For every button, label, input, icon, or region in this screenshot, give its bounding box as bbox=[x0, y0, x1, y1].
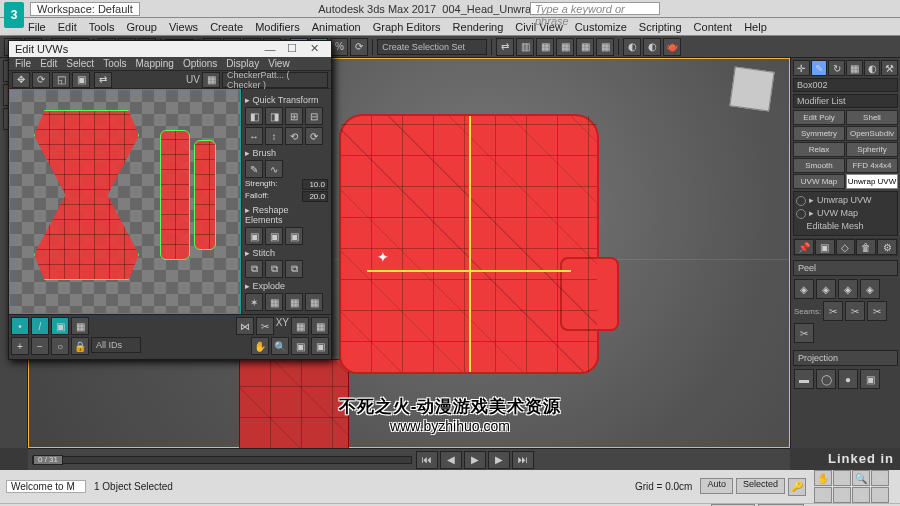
mirror-icon[interactable]: ⇄ bbox=[496, 38, 514, 56]
prev-frame-icon[interactable]: ◀ bbox=[440, 451, 462, 469]
subobj-element-icon[interactable]: ▦ bbox=[71, 317, 89, 335]
workspace-dropdown[interactable]: Workspace: Default bbox=[30, 2, 140, 16]
strength-field[interactable]: 10.0 bbox=[302, 179, 328, 190]
peel-icon-3[interactable]: ◈ bbox=[838, 279, 858, 299]
play-icon[interactable]: ▶ bbox=[464, 451, 486, 469]
uvmenu-display[interactable]: Display bbox=[226, 58, 259, 69]
qt-icon-5[interactable]: ↔ bbox=[245, 127, 263, 145]
proj-cyl-icon[interactable]: ◯ bbox=[816, 369, 836, 389]
mod-btn-symmetry[interactable]: Symmetry bbox=[793, 126, 845, 141]
render-frame-icon[interactable]: ◐ bbox=[643, 38, 661, 56]
mod-btn-smooth[interactable]: Smooth bbox=[793, 158, 845, 173]
proj-box-icon[interactable]: ▣ bbox=[860, 369, 880, 389]
uv-viewport[interactable] bbox=[9, 89, 241, 314]
menu-grapheditors[interactable]: Graph Editors bbox=[373, 21, 441, 33]
break-icon[interactable]: ✂ bbox=[256, 317, 274, 335]
menu-rendering[interactable]: Rendering bbox=[453, 21, 504, 33]
mod-btn-shell[interactable]: Shell bbox=[846, 110, 898, 125]
tab-hierarchy-icon[interactable]: ↻ bbox=[828, 60, 845, 76]
explode-icon-3[interactable]: ▦ bbox=[285, 293, 303, 311]
nav-zoomext-icon[interactable]: ▣ bbox=[852, 487, 870, 503]
uv-opt-icon-2[interactable]: ▦ bbox=[311, 317, 329, 335]
goto-start-icon[interactable]: ⏮ bbox=[416, 451, 438, 469]
uvmenu-edit[interactable]: Edit bbox=[40, 58, 57, 69]
weld-icon[interactable]: ⋈ bbox=[236, 317, 254, 335]
goto-end-icon[interactable]: ⏭ bbox=[512, 451, 534, 469]
uv-ring-icon[interactable]: ○ bbox=[51, 337, 69, 355]
menu-customize[interactable]: Customize bbox=[575, 21, 627, 33]
uvmenu-view[interactable]: View bbox=[268, 58, 290, 69]
mod-btn-relax[interactable]: Relax bbox=[793, 142, 845, 157]
stitch-icon-1[interactable]: ⧉ bbox=[245, 260, 263, 278]
qt-icon-4[interactable]: ⊟ bbox=[305, 107, 323, 125]
stitch-icon-3[interactable]: ⧉ bbox=[285, 260, 303, 278]
uv-move-icon[interactable]: ✥ bbox=[12, 72, 30, 88]
render-setup-icon[interactable]: ◐ bbox=[623, 38, 641, 56]
mod-btn-unwrapuvw[interactable]: Unwrap UVW bbox=[846, 174, 898, 189]
uv-ids-dropdown[interactable]: All IDs bbox=[91, 337, 141, 353]
uv-scale-icon[interactable]: ◱ bbox=[52, 72, 70, 88]
reshape-icon-1[interactable]: ▣ bbox=[245, 227, 263, 245]
nav-fov-icon[interactable]: ∠ bbox=[814, 487, 832, 503]
time-slider[interactable]: 0 / 31 bbox=[32, 456, 412, 464]
close-icon[interactable]: ✕ bbox=[303, 42, 325, 55]
qt-icon-8[interactable]: ⟳ bbox=[305, 127, 323, 145]
minimize-icon[interactable]: — bbox=[259, 43, 281, 55]
stack-pin-icon[interactable]: 📌 bbox=[794, 239, 814, 255]
nav-zoomall-icon[interactable]: ▣ bbox=[871, 470, 889, 486]
menu-tools[interactable]: Tools bbox=[89, 21, 115, 33]
uv-lock-icon[interactable]: 🔒 bbox=[71, 337, 89, 355]
tab-create-icon[interactable]: ✛ bbox=[793, 60, 810, 76]
uv-grid-icon[interactable]: ▦ bbox=[202, 72, 220, 88]
rollout-projection[interactable]: Projection bbox=[793, 350, 898, 366]
rollout-peel[interactable]: Peel bbox=[793, 260, 898, 276]
stack-remove-icon[interactable]: 🗑 bbox=[856, 239, 876, 255]
tab-display-icon[interactable]: ◐ bbox=[864, 60, 881, 76]
uv-island-side1[interactable] bbox=[160, 130, 190, 260]
stack-show-icon[interactable]: ▣ bbox=[815, 239, 835, 255]
menu-content[interactable]: Content bbox=[694, 21, 733, 33]
material-editor-icon[interactable]: ▦ bbox=[596, 38, 614, 56]
menu-views[interactable]: Views bbox=[169, 21, 198, 33]
qt-icon-1[interactable]: ◧ bbox=[245, 107, 263, 125]
subobj-face-icon[interactable]: ▣ bbox=[51, 317, 69, 335]
menu-edit[interactable]: Edit bbox=[58, 21, 77, 33]
uv-island-side2[interactable] bbox=[194, 140, 216, 250]
tab-modify-icon[interactable]: ✎ bbox=[811, 60, 828, 76]
uv-opt-icon-1[interactable]: ▦ bbox=[291, 317, 309, 335]
uv-rotate-icon[interactable]: ⟳ bbox=[32, 72, 50, 88]
curve-editor-icon[interactable]: ▦ bbox=[556, 38, 574, 56]
mod-btn-uvwmap[interactable]: UVW Map bbox=[793, 174, 845, 189]
nav-max-icon[interactable]: ◱ bbox=[833, 487, 851, 503]
uv-material-dropdown[interactable]: CheckerPatt... ( Checker ) bbox=[222, 72, 328, 88]
explode-icon-4[interactable]: ▦ bbox=[305, 293, 323, 311]
percent-snap-icon[interactable]: % bbox=[330, 38, 348, 56]
uv-pan-icon[interactable]: ✋ bbox=[251, 337, 269, 355]
search-input[interactable]: Type a keyword or phrase bbox=[530, 2, 660, 15]
peel-icon-1[interactable]: ◈ bbox=[794, 279, 814, 299]
next-frame-icon[interactable]: ▶ bbox=[488, 451, 510, 469]
nav-pan-icon[interactable]: ✋ bbox=[814, 470, 832, 486]
uvmenu-options[interactable]: Options bbox=[183, 58, 217, 69]
uv-grow-icon[interactable]: + bbox=[11, 337, 29, 355]
time-slider-knob[interactable]: 0 / 31 bbox=[33, 455, 63, 465]
nav-orbit-icon[interactable]: ⟳ bbox=[833, 470, 851, 486]
menu-file[interactable]: File bbox=[28, 21, 46, 33]
uv-zoom-icon[interactable]: 🔍 bbox=[271, 337, 289, 355]
qt-icon-3[interactable]: ⊞ bbox=[285, 107, 303, 125]
nav-region-icon[interactable]: ▭ bbox=[871, 487, 889, 503]
qt-icon-7[interactable]: ⟲ bbox=[285, 127, 303, 145]
menu-animation[interactable]: Animation bbox=[312, 21, 361, 33]
peel-icon-2[interactable]: ◈ bbox=[816, 279, 836, 299]
explode-icon-2[interactable]: ▦ bbox=[265, 293, 283, 311]
uv-mirror-icon[interactable]: ⇄ bbox=[94, 72, 112, 88]
uv-zoomsel-icon[interactable]: ▣ bbox=[311, 337, 329, 355]
reshape-icon-2[interactable]: ▣ bbox=[265, 227, 283, 245]
falloff-field[interactable]: 20.0 bbox=[302, 191, 328, 202]
spinner-snap-icon[interactable]: ⟳ bbox=[350, 38, 368, 56]
render-icon[interactable]: 🫖 bbox=[663, 38, 681, 56]
menu-help[interactable]: Help bbox=[744, 21, 767, 33]
reshape-icon-3[interactable]: ▣ bbox=[285, 227, 303, 245]
brush-relax-icon[interactable]: ∿ bbox=[265, 160, 283, 178]
selected-button[interactable]: Selected bbox=[736, 478, 785, 494]
